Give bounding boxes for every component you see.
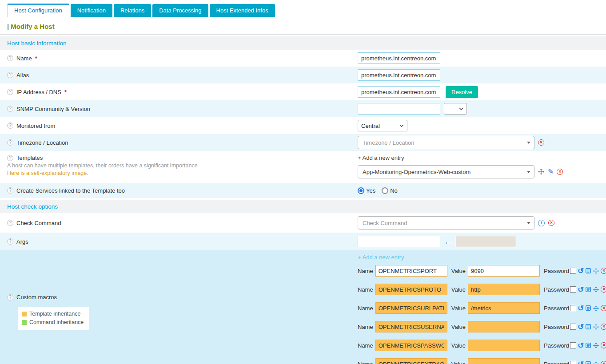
move-icon[interactable] xyxy=(593,268,599,274)
macro-password-checkbox[interactable] xyxy=(570,361,576,364)
macros-add-entry-link[interactable]: + Add a new entry xyxy=(358,254,404,261)
help-icon[interactable]: ? xyxy=(7,238,13,245)
delete-macro-icon[interactable]: × xyxy=(601,324,606,330)
tab-notification[interactable]: Notification xyxy=(71,4,112,17)
macro-value-input[interactable] xyxy=(468,358,540,364)
tab-host-configuration[interactable]: Host Configuration xyxy=(7,4,69,17)
macro-value-input[interactable] xyxy=(468,302,540,314)
delete-macro-icon[interactable]: × xyxy=(601,342,606,348)
chevron-down-icon xyxy=(399,124,404,127)
delete-macro-icon[interactable]: × xyxy=(601,361,606,364)
args-disabled-input xyxy=(456,236,516,247)
undo-icon[interactable]: ↺ xyxy=(578,286,584,293)
clear-check-command-icon[interactable]: × xyxy=(548,220,554,226)
delete-macro-icon[interactable]: × xyxy=(601,305,606,311)
list-icon[interactable] xyxy=(585,268,591,274)
name-input[interactable] xyxy=(358,52,440,64)
radio-no[interactable] xyxy=(382,187,388,194)
move-icon[interactable] xyxy=(593,361,599,364)
radio-yes[interactable] xyxy=(358,187,364,194)
resolve-button[interactable]: Resolve xyxy=(446,86,478,98)
macro-value-label: Value xyxy=(451,342,466,349)
template-inheritance-label: Template inheritance xyxy=(29,310,80,318)
macro-row: Name Value Password ↺ × xyxy=(358,317,606,336)
macro-value-input[interactable] xyxy=(468,340,540,351)
check-command-select[interactable]: Check Command xyxy=(358,216,534,229)
args-input[interactable] xyxy=(358,236,440,247)
delete-template-icon[interactable]: × xyxy=(557,169,563,175)
macro-password-checkbox[interactable] xyxy=(570,268,576,274)
macro-password-checkbox[interactable] xyxy=(570,324,576,330)
template-select[interactable]: App-Monitoring-Openmetrics-Web-custom xyxy=(358,165,534,178)
help-icon[interactable]: ? xyxy=(7,55,13,61)
snmp-label: SNMP Community & Version xyxy=(16,106,90,112)
monitored-from-select[interactable]: Central xyxy=(358,120,407,131)
macro-name-input[interactable] xyxy=(375,265,447,277)
macro-name-input[interactable] xyxy=(375,340,447,351)
help-icon[interactable]: ? xyxy=(7,106,13,112)
move-icon[interactable] xyxy=(593,324,599,330)
edit-icon[interactable]: ✎ xyxy=(548,168,554,175)
list-icon[interactable] xyxy=(585,342,591,348)
macro-value-input[interactable] xyxy=(468,284,540,295)
check-command-placeholder: Check Command xyxy=(363,220,407,226)
help-icon[interactable]: ? xyxy=(7,89,13,95)
clear-timezone-icon[interactable]: × xyxy=(538,139,544,146)
snmp-community-input[interactable] xyxy=(358,103,440,115)
info-icon[interactable]: i xyxy=(538,220,545,226)
help-icon[interactable]: ? xyxy=(7,294,13,301)
list-icon[interactable] xyxy=(585,324,591,330)
help-icon[interactable]: ? xyxy=(7,220,13,226)
tab-host-extended-infos[interactable]: Host Extended Infos xyxy=(210,4,275,17)
ip-address-input[interactable] xyxy=(358,86,440,98)
monitored-from-label: Monitored from xyxy=(16,123,55,129)
macro-password-checkbox[interactable] xyxy=(570,305,576,311)
row-snmp: ? SNMP Community & Version xyxy=(0,100,606,117)
row-timezone: ? Timezone / Location Timezone / Locatio… xyxy=(0,134,606,151)
delete-macro-icon[interactable]: × xyxy=(601,286,606,293)
delete-macro-icon[interactable]: × xyxy=(601,268,606,274)
help-icon[interactable]: ? xyxy=(7,155,13,161)
macro-password-label: Password xyxy=(544,268,569,274)
custom-macros-label: Custom macros xyxy=(16,294,57,301)
macro-name-label: Name xyxy=(358,324,373,330)
timezone-label: Timezone / Location xyxy=(16,139,68,146)
templates-helper-link[interactable]: Here is a self-explanatory image. xyxy=(7,170,88,176)
macro-name-input[interactable] xyxy=(375,302,447,314)
help-icon[interactable]: ? xyxy=(7,123,13,129)
tab-relations[interactable]: Relations xyxy=(114,4,151,17)
timezone-select[interactable]: Timezone / Location xyxy=(358,136,534,149)
list-icon[interactable] xyxy=(585,361,591,364)
list-icon[interactable] xyxy=(585,305,591,311)
undo-icon[interactable]: ↺ xyxy=(578,267,584,275)
macro-name-input[interactable] xyxy=(375,284,447,295)
macro-row: Name Value Password ↺ × xyxy=(358,299,606,317)
command-inheritance-swatch xyxy=(22,320,27,325)
help-icon[interactable]: ? xyxy=(7,187,13,194)
macro-name-input[interactable] xyxy=(375,358,447,364)
macro-value-label: Value xyxy=(451,305,466,312)
move-icon[interactable] xyxy=(593,305,599,312)
move-icon[interactable] xyxy=(593,286,599,293)
help-icon[interactable]: ? xyxy=(7,72,13,78)
move-icon[interactable] xyxy=(593,342,599,349)
undo-icon[interactable]: ↺ xyxy=(578,342,584,349)
snmp-version-select[interactable] xyxy=(444,103,467,115)
templates-add-entry-link[interactable]: + Add a new entry xyxy=(358,154,404,161)
command-inheritance-label: Command inheritance xyxy=(29,318,84,327)
undo-icon[interactable]: ↺ xyxy=(578,323,584,331)
tab-data-processing[interactable]: Data Processing xyxy=(152,4,208,17)
help-icon[interactable]: ? xyxy=(7,139,13,146)
macro-password-checkbox[interactable] xyxy=(570,342,576,348)
macro-value-input[interactable] xyxy=(468,265,540,277)
macro-name-input[interactable] xyxy=(375,321,447,332)
timezone-placeholder: Timezone / Location xyxy=(363,139,415,146)
template-select-value: App-Monitoring-Openmetrics-Web-custom xyxy=(363,169,470,175)
alias-input[interactable] xyxy=(358,69,440,81)
macro-value-input[interactable] xyxy=(468,321,540,332)
undo-icon[interactable]: ↺ xyxy=(578,305,584,312)
macro-password-checkbox[interactable] xyxy=(570,286,576,293)
undo-icon[interactable]: ↺ xyxy=(578,360,584,364)
move-icon[interactable] xyxy=(538,168,545,175)
list-icon[interactable] xyxy=(585,286,591,293)
